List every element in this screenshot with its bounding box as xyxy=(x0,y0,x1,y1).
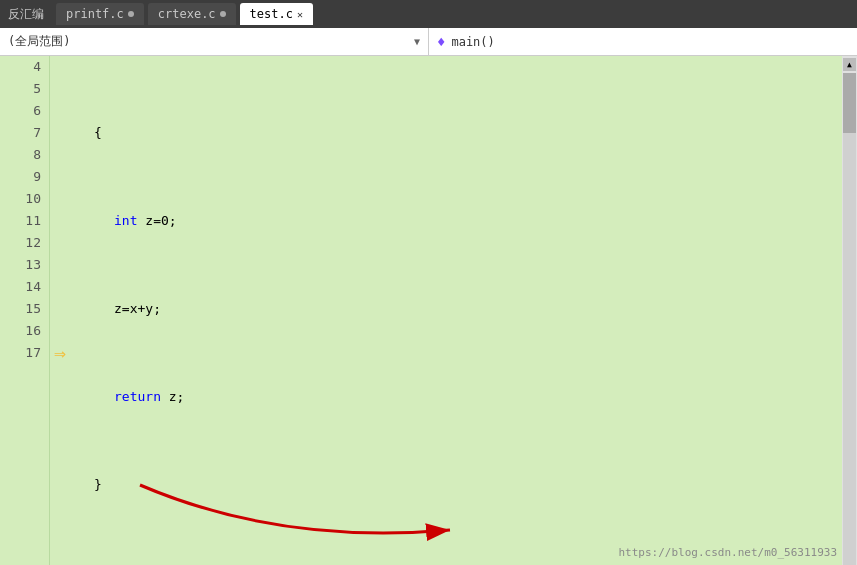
gutter: ⇒ xyxy=(50,56,70,565)
line-num-11: 11 xyxy=(0,210,49,232)
tab-crtexe-label: crtexe.c xyxy=(158,7,216,21)
line-num-12: 12 xyxy=(0,232,49,254)
line-num-8: 8 xyxy=(0,144,49,166)
scope-left-arrow: ▼ xyxy=(414,36,420,47)
tab-crtexe[interactable]: crtexe.c xyxy=(148,3,236,25)
scope-right-label: main() xyxy=(451,35,494,49)
code-line-8: } xyxy=(74,474,838,496)
scroll-thumb[interactable] xyxy=(843,73,856,133)
tab-printf-label: printf.c xyxy=(66,7,124,21)
disasm-label: 反汇编 xyxy=(8,6,44,23)
scope-bar: (全局范围) ▼ ♦ main() xyxy=(0,28,857,56)
function-icon: ♦ xyxy=(437,34,445,50)
gutter-8 xyxy=(50,144,70,166)
code-line-4: { xyxy=(74,122,838,144)
gutter-6 xyxy=(50,100,70,122)
current-arrow-icon: ⇒ xyxy=(54,342,66,364)
tab-printf-modified xyxy=(128,11,134,17)
line-num-7: 7 xyxy=(0,122,49,144)
scope-left-dropdown[interactable]: (全局范围) ▼ xyxy=(0,28,429,55)
gutter-13 xyxy=(50,254,70,276)
gutter-14 xyxy=(50,276,70,298)
gutter-10 xyxy=(50,188,70,210)
tab-test-label: test.c xyxy=(250,7,293,21)
gutter-16 xyxy=(50,320,70,342)
scope-right-dropdown[interactable]: ♦ main() xyxy=(429,28,857,55)
gutter-7 xyxy=(50,122,70,144)
tab-crtexe-modified xyxy=(220,11,226,17)
gutter-5 xyxy=(50,78,70,100)
line-num-5: 5 xyxy=(0,78,49,100)
title-bar: 反汇编 printf.c crtexe.c test.c ✕ xyxy=(0,0,857,28)
line-num-10: 10 xyxy=(0,188,49,210)
line-num-16: 16 xyxy=(0,320,49,342)
tab-printf[interactable]: printf.c xyxy=(56,3,144,25)
tab-test[interactable]: test.c ✕ xyxy=(240,3,313,25)
line-numbers: 4 5 6 7 8 9 10 11 12 13 14 15 16 17 xyxy=(0,56,50,565)
editor-area: 4 5 6 7 8 9 10 11 12 13 14 15 16 17 ⇒ xyxy=(0,56,857,565)
watermark: https://blog.csdn.net/m0_56311933 xyxy=(618,546,837,559)
code-content[interactable]: { int z=0; z=x+y; return z; } ⊟int main(… xyxy=(70,56,842,565)
line-num-4: 4 xyxy=(0,56,49,78)
code-line-6: z=x+y; xyxy=(74,298,838,320)
line-num-15: 15 xyxy=(0,298,49,320)
gutter-15 xyxy=(50,298,70,320)
gutter-11 xyxy=(50,210,70,232)
gutter-4 xyxy=(50,56,70,78)
code-line-5: int z=0; xyxy=(74,210,838,232)
line-num-9: 9 xyxy=(0,166,49,188)
scroll-track xyxy=(843,73,856,565)
gutter-12 xyxy=(50,232,70,254)
line-num-13: 13 xyxy=(0,254,49,276)
code-line-7: return z; xyxy=(74,386,838,408)
scope-left-label: (全局范围) xyxy=(8,33,70,50)
scrollbar[interactable]: ▲ xyxy=(842,56,857,565)
line-num-14: 14 xyxy=(0,276,49,298)
tab-test-close[interactable]: ✕ xyxy=(297,9,303,20)
line-num-17: 17 xyxy=(0,342,49,364)
scroll-up-button[interactable]: ▲ xyxy=(843,58,856,71)
gutter-17: ⇒ xyxy=(50,342,70,364)
gutter-9 xyxy=(50,166,70,188)
line-num-6: 6 xyxy=(0,100,49,122)
